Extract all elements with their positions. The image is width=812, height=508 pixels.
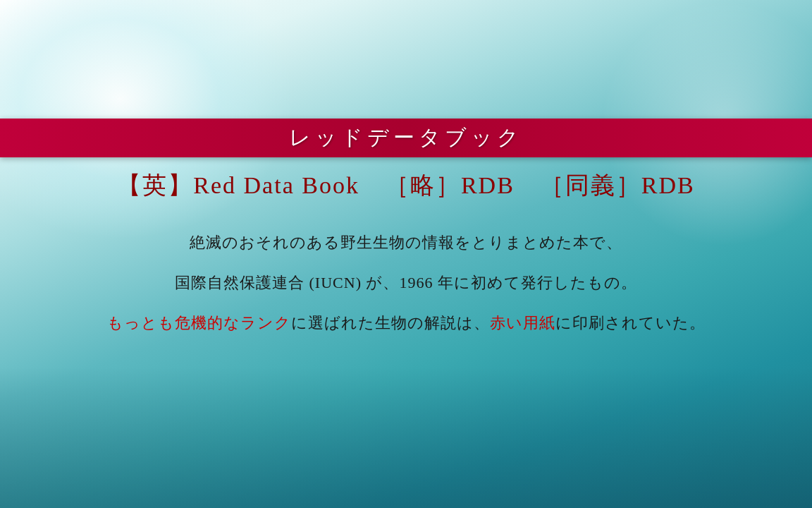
highlight-red-paper: 赤い用紙 xyxy=(490,314,555,332)
bg-bottom xyxy=(0,367,812,508)
last-line-prefix: に選ばれた生物の解説は、 xyxy=(291,314,490,332)
desc-line-1: 絶滅のおそれのある野生生物の情報をとりまとめた本で、 xyxy=(42,230,770,255)
english-line: 【英】Red Data Book ［略］RDB ［同義］RDB xyxy=(42,169,770,202)
last-line-suffix: に印刷されていた。 xyxy=(555,314,706,332)
red-banner: レッドデータブック xyxy=(0,119,812,157)
banner-title: レッドデータブック xyxy=(289,123,523,152)
last-line: もっとも危機的なランクに選ばれた生物の解説は、赤い用紙に印刷されていた。 xyxy=(42,310,770,335)
main-content: 【英】Red Data Book ［略］RDB ［同義］RDB 絶滅のおそれのあ… xyxy=(0,169,812,336)
background: レッドデータブック 【英】Red Data Book ［略］RDB ［同義］RD… xyxy=(0,0,812,508)
highlight-most-critical: もっとも危機的なランク xyxy=(107,314,291,332)
desc-line-2: 国際自然保護連合 (IUCN) が、1966 年に初めて発行したもの。 xyxy=(42,270,770,295)
